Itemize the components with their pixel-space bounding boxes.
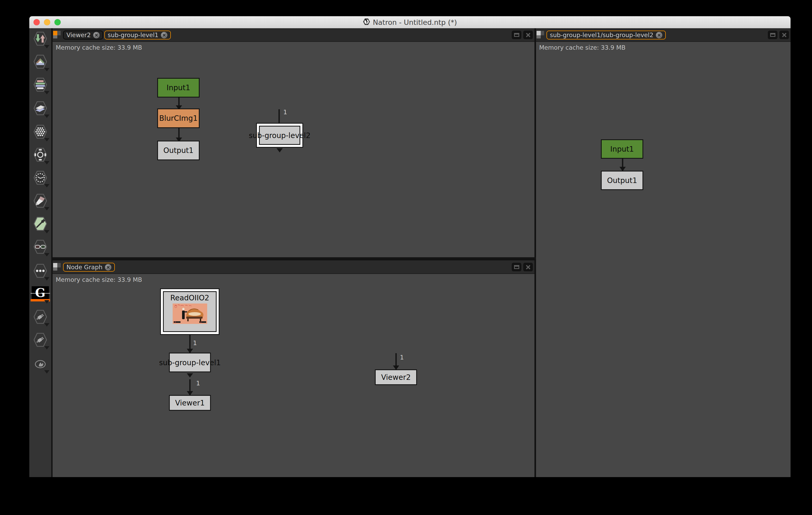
toolbar-community-button[interactable]	[33, 356, 48, 371]
traffic-lights	[33, 16, 61, 28]
input-number-label: 1	[283, 109, 287, 116]
zoom-window-button[interactable]	[54, 19, 61, 25]
node-toolbar: G	[29, 28, 53, 477]
toolbar-channel-button[interactable]	[33, 77, 48, 92]
panel-anchor-icon[interactable]	[53, 263, 61, 271]
node-label: sub-group-level1	[159, 358, 221, 367]
panel-maximize-button[interactable]	[767, 30, 778, 39]
tab-sub-group-level2[interactable]: sub-group-level1/sub-group-level2	[547, 31, 666, 39]
dropdown-arrow-icon	[44, 91, 50, 94]
connection-arrow	[172, 97, 185, 109]
main-area: G	[29, 28, 790, 477]
node-output1[interactable]: Output1	[601, 171, 643, 190]
panel-close-button[interactable]	[523, 30, 533, 39]
merge-icon	[33, 101, 48, 116]
close-window-button[interactable]	[33, 19, 40, 25]
natron-window: Natron - Untitled.ntp (*)	[29, 16, 790, 477]
image-io-icon	[33, 31, 48, 46]
node-blurcimg1[interactable]: BlurCImg1	[157, 109, 200, 128]
tab-close-icon[interactable]	[93, 32, 100, 38]
dropdown-arrow-icon	[44, 323, 50, 327]
titlebar[interactable]: Natron - Untitled.ntp (*)	[29, 16, 790, 29]
toolbar-other-button[interactable]	[33, 263, 48, 278]
time-icon	[33, 170, 48, 185]
close-icon	[781, 32, 787, 38]
memory-cache-status: Memory cache size: 33.9 MB	[56, 44, 142, 51]
node-sub-group-level1[interactable]: sub-group-level1	[169, 353, 211, 372]
tab-close-icon[interactable]	[656, 32, 662, 38]
node-label: ReadOIIO2	[170, 294, 209, 302]
dropdown-arrow-icon	[44, 68, 50, 71]
close-icon	[525, 32, 531, 38]
filter-icon	[33, 124, 48, 139]
node-viewer1[interactable]: Viewer1	[169, 395, 211, 411]
window-title: Natron - Untitled.ntp (*)	[373, 18, 457, 26]
panel-maximize-button[interactable]	[512, 30, 522, 39]
minimize-window-button[interactable]	[44, 19, 50, 25]
tab-label: Viewer2	[66, 32, 91, 38]
toolbar-plugin-b-button[interactable]	[33, 332, 48, 347]
tab-close-icon[interactable]	[105, 264, 111, 271]
tab-label: sub-group-level1	[108, 32, 158, 38]
node-input1[interactable]: Input1	[157, 78, 200, 97]
connection-arrow	[183, 379, 197, 395]
dropdown-arrow-icon	[44, 346, 50, 350]
toolbar-keyer-button[interactable]	[33, 216, 48, 231]
output-stub-arrow	[277, 148, 283, 152]
toolbar-transform-button[interactable]	[33, 147, 48, 162]
dropdown-arrow-icon	[44, 184, 50, 187]
draw-icon	[33, 193, 48, 208]
tab-viewer2[interactable]: Viewer2	[63, 31, 103, 39]
dropdown-arrow-icon	[44, 207, 50, 210]
panel-anchor-icon[interactable]	[536, 31, 545, 39]
maximize-icon	[514, 265, 519, 269]
panel-maximize-button[interactable]	[512, 263, 522, 272]
tab-node-graph[interactable]: Node Graph	[63, 263, 115, 272]
maximize-icon	[514, 33, 519, 37]
panel-header: Node Graph	[53, 261, 534, 274]
toolbar-time-button[interactable]	[33, 170, 48, 185]
panel-node-graph: Node Graph Memory cache size: 33.9 MB	[53, 259, 536, 477]
close-icon	[525, 264, 531, 270]
toolbar-views-button[interactable]	[33, 239, 48, 254]
panel-close-button[interactable]	[523, 263, 533, 272]
toolbar-filter-button[interactable]	[33, 124, 48, 139]
plugin-icon	[33, 309, 48, 325]
toolbar-merge-button[interactable]	[33, 101, 48, 116]
keyer-icon	[33, 216, 48, 231]
memory-cache-status: Memory cache size: 33.9 MB	[539, 44, 626, 51]
panel-anchor-icon[interactable]	[53, 31, 61, 39]
maximize-icon	[770, 33, 775, 37]
node-label: Input1	[167, 83, 190, 92]
toolbar-gmic-button[interactable]: G	[33, 286, 48, 301]
input-number-label: 1	[193, 340, 197, 346]
toolbar-draw-button[interactable]	[33, 193, 48, 208]
toolbar-plugin-a-button[interactable]	[33, 309, 48, 325]
views-icon	[33, 239, 48, 254]
node-readoiio2[interactable]: ReadOIIO2	[160, 289, 220, 335]
tab-label: sub-group-level1/sub-group-level2	[550, 32, 654, 38]
node-viewer2[interactable]: Viewer2	[375, 369, 417, 385]
connection-arrow	[172, 128, 185, 142]
panel-header: sub-group-level1/sub-group-level2	[536, 28, 790, 42]
gmic-icon: G	[32, 286, 49, 299]
dropdown-arrow-icon	[44, 370, 50, 373]
tab-sub-group-level1[interactable]: sub-group-level1	[105, 31, 171, 39]
node-input1[interactable]: Input1	[601, 139, 643, 159]
natron-app-icon	[363, 18, 370, 26]
output-stub-arrow	[187, 373, 193, 377]
memory-cache-status: Memory cache size: 33.9 MB	[56, 276, 142, 283]
node-output1[interactable]: Output1	[157, 141, 200, 160]
channel-icon	[33, 77, 48, 92]
node-sub-group-level2[interactable]: sub-group-level2	[256, 123, 303, 148]
community-icon	[33, 356, 48, 371]
tab-close-icon[interactable]	[161, 32, 167, 38]
panel-close-button[interactable]	[779, 30, 789, 39]
toolbar-image-io-button[interactable]	[33, 31, 48, 46]
node-preview-thumbnail	[173, 304, 207, 324]
color-icon	[33, 54, 48, 69]
toolbar-color-button[interactable]	[33, 54, 48, 69]
other-icon	[33, 263, 48, 278]
panel-group-level1: Viewer2 sub-group-level1	[53, 28, 536, 257]
plugin-icon	[33, 332, 48, 347]
